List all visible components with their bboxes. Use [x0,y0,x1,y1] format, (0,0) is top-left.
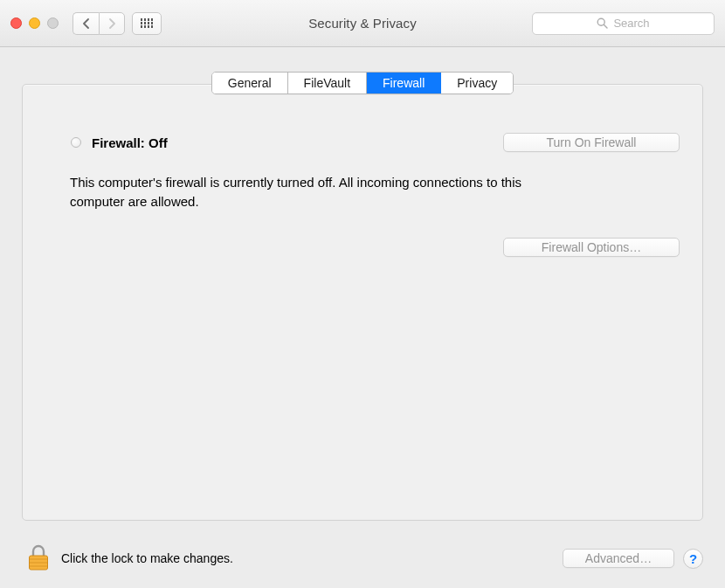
tab-row: General FileVault Firewall Privacy [0,72,725,94]
tab-general[interactable]: General [212,73,288,93]
tab-firewall[interactable]: Firewall [367,73,441,93]
back-button[interactable] [72,12,99,35]
search-input[interactable]: Search [532,12,715,35]
lock-icon [27,544,50,572]
show-all-button[interactable] [132,12,162,35]
firewall-options-button[interactable]: Firewall Options… [503,238,680,257]
titlebar: Security & Privacy Search [0,0,725,47]
search-icon [597,17,608,29]
search-placeholder: Search [613,17,649,30]
chevron-right-icon [108,18,116,29]
tab-privacy[interactable]: Privacy [441,73,513,93]
footer: Click the lock to make changes. Advanced… [0,534,725,588]
maximize-window-button [47,17,59,29]
window-title: Security & Privacy [308,16,417,31]
status-indicator-icon [71,137,81,148]
lock-button[interactable] [26,544,51,572]
firewall-status-row: Firewall: Off Turn On Firewall [23,133,702,152]
help-button[interactable]: ? [683,549,703,569]
content-panel: Firewall: Off Turn On Firewall This comp… [22,84,703,521]
lock-hint-text: Click the lock to make changes. [61,551,233,565]
svg-line-1 [604,24,608,28]
close-window-button[interactable] [10,17,22,29]
tab-filevault[interactable]: FileVault [288,73,367,93]
advanced-button[interactable]: Advanced… [563,549,674,568]
minimize-window-button[interactable] [29,17,40,29]
window-controls [10,17,59,29]
firewall-status-label: Firewall: Off [92,135,168,150]
firewall-description: This computer's firewall is currently tu… [23,152,617,211]
chevron-left-icon [82,18,90,29]
grid-icon [141,18,154,28]
nav-buttons [72,12,125,35]
segmented-control: General FileVault Firewall Privacy [211,72,514,94]
turn-on-firewall-button[interactable]: Turn On Firewall [503,133,680,152]
forward-button[interactable] [99,12,125,35]
